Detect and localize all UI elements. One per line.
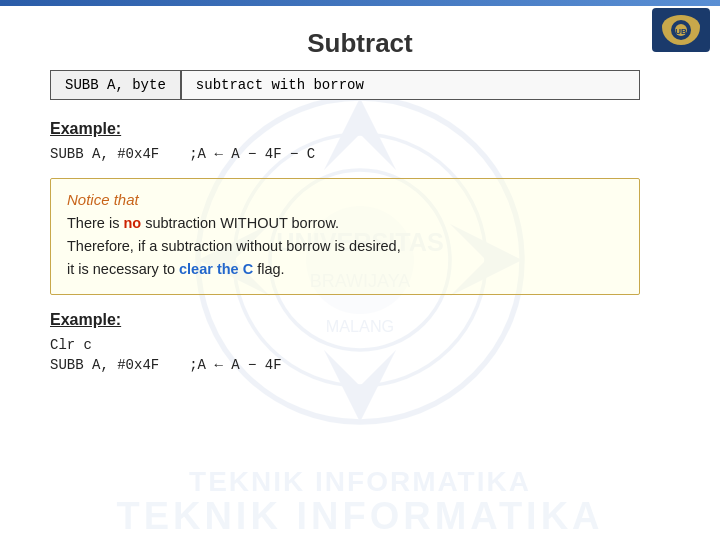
page-title: Subtract [0,18,720,59]
notice-highlight-clear: clear the C [179,261,253,277]
logo-badge: UB [652,8,710,52]
top-bar [0,0,720,6]
notice-box: Notice that There is no subtraction WITH… [50,178,640,295]
svg-text:UB: UB [675,27,687,36]
example2-code1-line: Clr c [50,337,640,353]
example1-heading: Example: [50,120,640,138]
example2-comment: ;A ← A − 4F [189,357,281,373]
notice-highlight-no: no [123,215,141,231]
notice-line3-post: flag. [253,261,284,277]
notice-line2: Therefore, if a subtraction without borr… [67,238,401,254]
content-area: SUBB A, byte subtract with borrow Exampl… [50,60,640,377]
example1-comment: ;A ← A − 4F − C [189,146,315,162]
example1-code: SUBB A, #0x4F [50,146,159,162]
notice-line3-pre: it is necessary to [67,261,179,277]
watermark-text-main: TEKNIK INFORMATIKA [189,466,531,498]
instruction-table: SUBB A, byte subtract with borrow [50,70,640,100]
example2-heading: Example: [50,311,640,329]
example2-code2-line: SUBB A, #0x4F ;A ← A − 4F [50,357,640,373]
example1-code-line: SUBB A, #0x4F ;A ← A − 4F − C [50,146,640,162]
instruction-description: subtract with borrow [181,70,640,100]
notice-title: Notice that [67,191,623,208]
logo-icon: UB [662,15,700,45]
example2-code2: SUBB A, #0x4F [50,357,159,373]
example2-code1: Clr c [50,337,92,353]
notice-line1-post: subtraction WITHOUT borrow. [141,215,339,231]
notice-body: There is no subtraction WITHOUT borrow. … [67,212,623,282]
instruction-mnemonic: SUBB A, byte [50,70,181,100]
watermark-text-ti: TEKNIK INFORMATIKA [116,497,603,535]
notice-line1-pre: There is [67,215,123,231]
